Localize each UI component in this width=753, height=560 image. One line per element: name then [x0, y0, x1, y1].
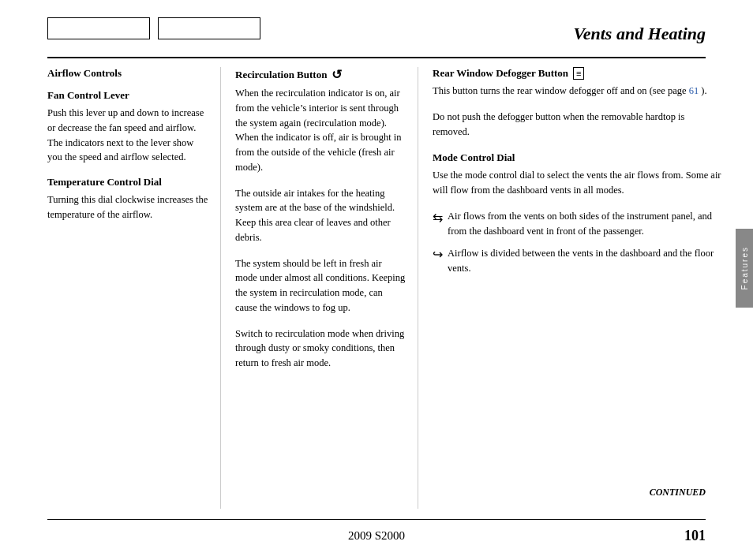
- defog-header: Rear Window Defogger Button ≡: [433, 67, 721, 80]
- mode-intro: Use the mode control dial to select the …: [433, 168, 721, 198]
- recir-body-3: The system should be left in fresh air m…: [235, 256, 406, 315]
- side-tab: Features: [736, 229, 753, 308]
- mode-icon-1: ⇆: [433, 210, 443, 225]
- right-column: Rear Window Defogger Button ≡ This butto…: [418, 67, 729, 509]
- temp-control-header: Temperature Control Dial: [47, 176, 208, 189]
- mode-section: Mode Control Dial Use the mode control d…: [433, 151, 721, 276]
- recirculation-header: Recirculation Button ↺: [235, 67, 406, 82]
- title-rule: [47, 57, 706, 58]
- mid-column: Recirculation Button ↺ When the recircul…: [221, 67, 418, 509]
- footer-model: 2009 S2000: [348, 529, 405, 543]
- page-title: Vents and Heating: [574, 24, 706, 43]
- page-container: Vents and Heating Features Airflow Contr…: [0, 0, 753, 560]
- mode-item-1: ⇆ Air flows from the vents on both sides…: [433, 209, 721, 239]
- defog-icon: ≡: [573, 67, 584, 80]
- defog-text-1: This button turns the rear window defogg…: [433, 85, 687, 96]
- nav-button-2[interactable]: [158, 17, 260, 39]
- mode-header: Mode Control Dial: [433, 151, 721, 164]
- nav-button-1[interactable]: [47, 17, 150, 39]
- airflow-section-header: Airflow Controls: [47, 67, 208, 80]
- footer-page-number: 101: [642, 528, 706, 544]
- temp-control-body: Turning this dial clockwise increases th…: [47, 192, 208, 222]
- title-area: Vents and Heating: [574, 24, 706, 44]
- footer: 2009 S2000 101: [47, 519, 706, 544]
- recir-body-1: When the recirculation indicator is on, …: [235, 86, 406, 175]
- fan-control-header: Fan Control Lever: [47, 89, 208, 102]
- recirculation-icon: ↺: [332, 67, 342, 82]
- side-tab-label: Features: [740, 246, 749, 289]
- defog-body-1: This button turns the rear window defogg…: [433, 84, 721, 99]
- top-nav: [47, 17, 260, 39]
- continued-label: CONTINUED: [650, 487, 706, 498]
- left-column: Airflow Controls Fan Control Lever Push …: [47, 67, 221, 509]
- content-area: Airflow Controls Fan Control Lever Push …: [47, 67, 729, 509]
- mode-icon-2: ↪: [433, 247, 443, 262]
- mode-text-1: Air flows from the vents on both sides o…: [448, 209, 721, 239]
- defog-label: Rear Window Defogger Button: [433, 67, 568, 80]
- defog-page-link[interactable]: 61: [689, 85, 699, 96]
- fan-control-body: Push this lever up and down to increase …: [47, 106, 208, 165]
- recirculation-label: Recirculation Button: [235, 69, 327, 81]
- mode-item-2: ↪ Airflow is divided between the vents i…: [433, 246, 721, 276]
- recir-body-4: Switch to recirculation mode when drivin…: [235, 327, 406, 371]
- defog-body-2: Do not push the defogger button when the…: [433, 110, 721, 140]
- recir-body-2: The outside air intakes for the heating …: [235, 186, 406, 245]
- mode-text-2: Airflow is divided between the vents in …: [448, 246, 721, 276]
- defog-text-end: ).: [701, 85, 706, 96]
